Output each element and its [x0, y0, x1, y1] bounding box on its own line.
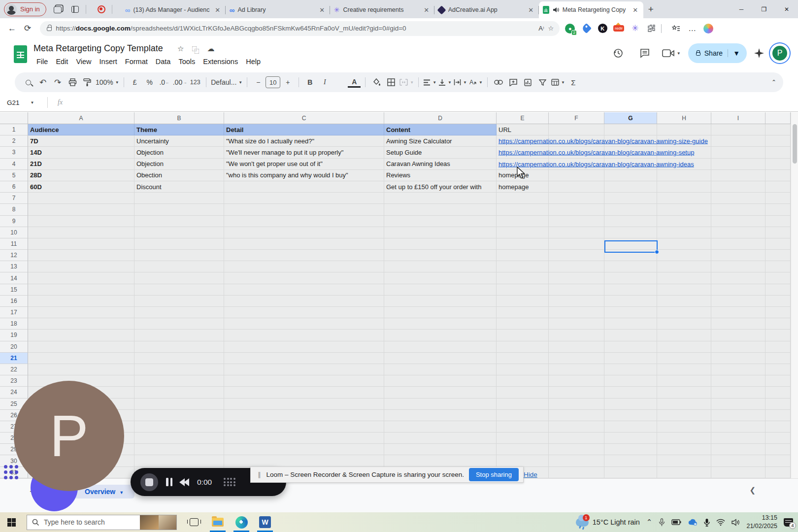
cell[interactable]	[657, 216, 711, 227]
cell[interactable]	[224, 432, 384, 444]
cell[interactable]	[765, 375, 791, 387]
select-all-corner[interactable]	[0, 112, 28, 124]
row-header-12[interactable]: 12	[0, 250, 28, 261]
menu-format[interactable]: Format	[121, 56, 152, 67]
cell[interactable]	[765, 467, 791, 478]
cell[interactable]	[657, 250, 711, 261]
cell[interactable]	[384, 399, 497, 410]
taskbar-search-box[interactable]: Type here to search	[27, 515, 177, 530]
cell[interactable]	[711, 307, 765, 318]
cell[interactable]	[549, 375, 604, 387]
cell[interactable]	[604, 204, 657, 215]
cell[interactable]	[711, 364, 765, 375]
cell[interactable]	[134, 296, 224, 307]
cell[interactable]	[134, 307, 224, 318]
cell[interactable]: "who is this company and why would I buy…	[224, 170, 384, 181]
column-header-G[interactable]: G	[604, 112, 657, 124]
cell[interactable]	[765, 193, 791, 204]
cell[interactable]	[224, 238, 384, 250]
row-header-1[interactable]: 1	[0, 124, 28, 135]
cell[interactable]	[765, 364, 791, 375]
cell[interactable]	[549, 272, 604, 284]
cell[interactable]	[549, 318, 604, 330]
cell[interactable]	[497, 250, 549, 261]
cell[interactable]	[604, 216, 657, 227]
sheet-tab-caret[interactable]: ▼	[119, 490, 124, 495]
task-view-button[interactable]	[188, 516, 200, 529]
cell[interactable]	[765, 284, 791, 296]
cell[interactable]	[497, 432, 549, 444]
cell[interactable]	[711, 353, 765, 364]
drag-handle-icon[interactable]	[224, 478, 235, 486]
cell[interactable]	[765, 250, 791, 261]
cell[interactable]: Awning Size Calculator	[384, 135, 497, 147]
read-aloud-icon[interactable]: A⁾	[538, 25, 544, 32]
cell[interactable]	[604, 353, 657, 364]
row-header-3[interactable]: 3	[0, 147, 28, 158]
cell[interactable]	[604, 227, 657, 238]
cell[interactable]	[657, 170, 711, 181]
cell[interactable]	[28, 296, 134, 307]
toolbar-search-icon[interactable]	[22, 75, 34, 89]
workspaces-icon[interactable]	[51, 3, 64, 16]
cell[interactable]	[497, 296, 549, 307]
browser-tab-meta-retargeting-copy[interactable]: Meta Retargeting Copy ✕	[539, 1, 643, 18]
cell[interactable]	[711, 432, 765, 444]
cell[interactable]	[28, 330, 134, 341]
cell[interactable]	[711, 421, 765, 432]
column-header-C[interactable]: C	[224, 112, 384, 124]
cell[interactable]	[604, 261, 657, 272]
restore-button[interactable]: ❐	[753, 0, 775, 18]
cell[interactable]	[711, 330, 765, 341]
cell[interactable]	[711, 341, 765, 353]
cell[interactable]	[384, 387, 497, 398]
cell[interactable]	[765, 330, 791, 341]
cell[interactable]	[384, 353, 497, 364]
taskbar-clock[interactable]: 13:15 21/02/2025	[746, 514, 777, 531]
cell[interactable]	[765, 399, 791, 410]
cell[interactable]	[657, 375, 711, 387]
cell[interactable]	[657, 410, 711, 421]
column-header-partial[interactable]	[765, 112, 791, 124]
functions-button[interactable]: Σ	[567, 75, 580, 89]
cell[interactable]: 28D	[28, 170, 134, 181]
cell[interactable]	[657, 455, 711, 466]
decrease-font-size-button[interactable]: −	[252, 75, 265, 89]
tab-close-icon[interactable]: ✕	[632, 6, 639, 14]
cell[interactable]	[549, 284, 604, 296]
google-sheets-logo[interactable]	[14, 45, 27, 63]
table-views-button[interactable]: ▼	[551, 75, 565, 89]
tab-actions-icon[interactable]	[69, 3, 82, 16]
cell[interactable]	[549, 238, 604, 250]
star-icon[interactable]: ☆	[177, 44, 184, 55]
hidden-icons-chevron[interactable]: ⌃	[646, 518, 653, 527]
fill-color-button[interactable]	[370, 75, 383, 89]
cell[interactable]	[657, 307, 711, 318]
cell[interactable]	[549, 432, 604, 444]
cell[interactable]	[497, 284, 549, 296]
cell[interactable]	[384, 193, 497, 204]
cell[interactable]	[657, 296, 711, 307]
cell[interactable]	[134, 444, 224, 455]
row-header-11[interactable]: 11	[0, 238, 28, 250]
cell[interactable]	[549, 216, 604, 227]
cell[interactable]	[497, 399, 549, 410]
cell[interactable]	[604, 307, 657, 318]
refresh-icon[interactable]: ⟳	[24, 23, 31, 33]
cell[interactable]	[657, 124, 711, 135]
cell[interactable]	[224, 330, 384, 341]
row-header-16[interactable]: 16	[0, 296, 28, 307]
cell[interactable]	[497, 193, 549, 204]
cell[interactable]	[765, 204, 791, 215]
cell[interactable]: Uncertainty	[134, 135, 224, 147]
row-header-23[interactable]: 23	[0, 375, 28, 387]
cell[interactable]	[134, 284, 224, 296]
cell[interactable]	[765, 170, 791, 181]
microphone-icon[interactable]	[659, 518, 665, 527]
cell[interactable]	[224, 296, 384, 307]
decrease-decimal-button[interactable]: .0←	[158, 75, 171, 89]
cell[interactable]	[224, 250, 384, 261]
cell[interactable]	[765, 147, 791, 158]
active-cell-selection[interactable]	[604, 240, 658, 253]
cell[interactable]	[765, 296, 791, 307]
